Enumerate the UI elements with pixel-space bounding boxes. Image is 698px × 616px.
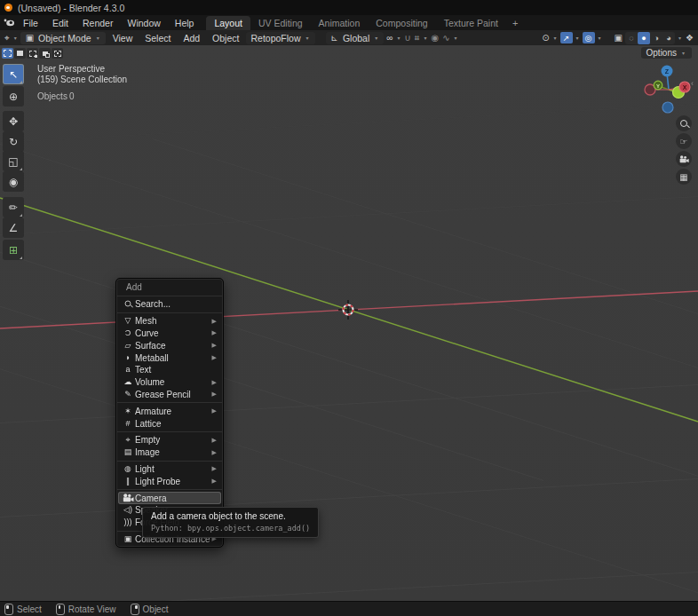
menu-item-text[interactable]: aText: [116, 364, 223, 376]
menu-item-metaball[interactable]: ◗Metaball▶: [116, 351, 223, 364]
tool-move[interactable]: ✥: [3, 111, 24, 131]
tab-texture-paint[interactable]: Texture Paint: [436, 16, 506, 30]
cursor-icon: ⊕: [9, 91, 18, 103]
stats-objects-label: Objects: [37, 91, 67, 101]
menu-item-search[interactable]: Search...: [116, 298, 223, 311]
menu-item-image[interactable]: ▤Image▶: [116, 446, 223, 459]
add-workspace-button[interactable]: +: [506, 18, 524, 28]
menu-help[interactable]: Help: [168, 18, 202, 28]
shading-caret-icon[interactable]: ▾: [677, 36, 683, 41]
menu-render[interactable]: Render: [75, 18, 120, 28]
viewport-header: ⌖ ▾ ▣ Object Mode ▾ View Select Add Obje…: [0, 30, 698, 45]
gizmo-caret-icon[interactable]: ▾: [575, 36, 581, 41]
menu-item-empty[interactable]: ⌖Empty▶: [116, 434, 223, 446]
tab-animation[interactable]: Animation: [311, 16, 369, 30]
snap-target-icon[interactable]: ⌗: [414, 34, 421, 43]
overlays-caret-icon[interactable]: ▾: [597, 36, 603, 41]
select-mode-extend[interactable]: [14, 48, 26, 59]
add-menu-title: Add: [116, 280, 223, 294]
menu-item-volume[interactable]: ☁Volume▶: [116, 376, 223, 389]
menu-edit[interactable]: Edit: [45, 18, 75, 28]
show-overlays-toggle[interactable]: ◎: [583, 32, 595, 43]
select-mode-intersect[interactable]: [52, 48, 63, 59]
tab-uv-editing[interactable]: UV Editing: [250, 16, 311, 30]
select-mode-subtract[interactable]: [27, 48, 38, 59]
menu-item-light[interactable]: ◍Light▶: [116, 463, 223, 476]
menu-add[interactable]: Add: [178, 33, 205, 43]
mode-caret-icon: ▾: [95, 36, 101, 41]
menu-file[interactable]: File: [16, 18, 45, 28]
sidebar-collapse-icon[interactable]: ‹: [691, 79, 694, 88]
blender-app-icon: [4, 4, 12, 12]
shading-material-button[interactable]: ◑: [650, 32, 662, 44]
tab-layout[interactable]: Layout: [206, 16, 250, 30]
tool-measure[interactable]: ∠: [3, 217, 24, 238]
shading-rendered-button[interactable]: ◕: [662, 32, 675, 44]
light-icon: ◍: [121, 465, 135, 473]
falloff-icon[interactable]: ∿: [441, 34, 450, 43]
orientation-caret-icon: ▾: [373, 36, 379, 41]
3d-cursor: [338, 300, 358, 320]
title-bar: (Unsaved) - Blender 4.3.0: [0, 0, 698, 15]
workspace-tabs: LayoutUV EditingAnimationCompositingText…: [206, 15, 506, 30]
mode-dropdown[interactable]: ▣ Object Mode ▾: [20, 32, 106, 44]
object-visibility-icon[interactable]: ⊙: [541, 34, 550, 43]
tool-transform[interactable]: ◉: [3, 171, 24, 192]
menu-select[interactable]: Select: [139, 33, 176, 43]
shading-solid-button[interactable]: ●: [638, 32, 650, 44]
show-gizmo-toggle[interactable]: ↗: [560, 32, 573, 43]
proportional-edit-icon[interactable]: ◉: [430, 34, 440, 43]
editor-type-icon[interactable]: ⌖: [4, 34, 11, 43]
submenu-arrow-icon: ▶: [212, 465, 217, 472]
menu-item-lattice[interactable]: #Lattice: [116, 417, 223, 430]
toggle-projection-button[interactable]: ▦: [676, 169, 692, 185]
menu-item-surface[interactable]: ▱Surface▶: [116, 339, 223, 351]
viewport-extras-icon[interactable]: ❖: [685, 34, 694, 43]
xray-toggle-icon[interactable]: ▣: [614, 34, 623, 43]
menu-item-light-probe[interactable]: ∥Light Probe▶: [116, 475, 223, 487]
visibility-caret-icon[interactable]: ▾: [552, 36, 559, 41]
3d-viewport[interactable]: ↖⊕✥↻◱◉✏∠⊞ User Perspective (159) Scene C…: [0, 45, 698, 601]
tool-cursor[interactable]: ⊕: [3, 86, 24, 107]
menu-item-grease-pencil[interactable]: ✎Grease Pencil▶: [116, 389, 223, 401]
menu-item-camera[interactable]: Camera: [118, 492, 221, 504]
mode-label: Object Mode: [38, 33, 91, 43]
tool-annotate[interactable]: ✏: [3, 197, 24, 217]
gizmo-icon: ↗: [563, 34, 570, 43]
tab-compositing[interactable]: Compositing: [368, 16, 435, 30]
retopoflow-dropdown[interactable]: RetopoFlow ▾: [246, 32, 314, 44]
camera-view-button[interactable]: [676, 151, 692, 167]
select-mode-set[interactable]: [2, 48, 13, 59]
menu-item-label: Curve: [135, 328, 212, 338]
menu-window[interactable]: Window: [120, 18, 167, 28]
select-mode-invert[interactable]: [39, 48, 51, 59]
menu-item-curve[interactable]: ƆCurve▶: [116, 328, 223, 340]
zoom-view-button[interactable]: [676, 115, 692, 131]
tool-add-cube[interactable]: ⊞: [3, 240, 24, 260]
tool-scale[interactable]: ◱: [3, 151, 24, 171]
tool-select-box[interactable]: ↖: [3, 64, 24, 84]
menu-item-armature[interactable]: ✶Armature▶: [116, 405, 223, 417]
pan-view-button[interactable]: ☞: [676, 133, 692, 149]
menu-separator: [117, 312, 222, 313]
editor-type-caret-icon[interactable]: ▾: [12, 36, 19, 41]
options-dropdown[interactable]: Options ▾: [641, 47, 692, 59]
pivot-caret-icon[interactable]: ▾: [395, 36, 401, 41]
menu-view[interactable]: View: [107, 33, 139, 43]
orientation-label: Global: [343, 33, 369, 43]
snap-caret-icon[interactable]: ▾: [422, 36, 428, 41]
navigation-gizmo[interactable]: Z Y X: [641, 60, 694, 115]
orientation-dropdown[interactable]: ⊾ Global ▾: [326, 32, 385, 44]
submenu-arrow-icon: ▶: [212, 437, 217, 444]
grid-icon: ▦: [679, 172, 687, 182]
tool-rotate[interactable]: ↻: [3, 131, 24, 152]
menu-item-mesh[interactable]: ▽Mesh▶: [116, 315, 223, 328]
falloff-caret-icon[interactable]: ▾: [453, 36, 459, 41]
snap-magnet-icon[interactable]: ∪: [403, 34, 411, 43]
menu-object[interactable]: Object: [207, 33, 244, 43]
hand-icon: ☞: [680, 137, 688, 146]
shading-wireframe-button[interactable]: ◌: [625, 32, 638, 44]
pivot-point-icon[interactable]: ∞: [385, 34, 393, 43]
move-icon: ✥: [9, 115, 18, 128]
menu-separator: [117, 489, 222, 490]
